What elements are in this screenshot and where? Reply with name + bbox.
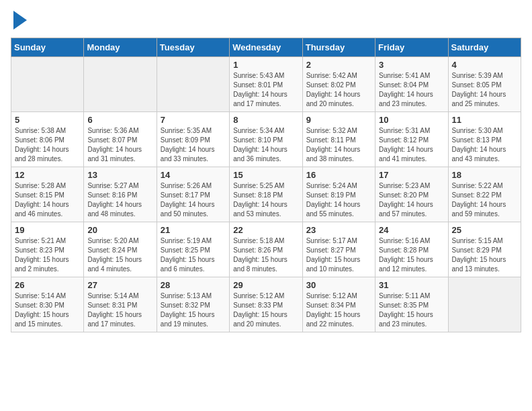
calendar-cell: 7Sunrise: 5:35 AM Sunset: 8:09 PM Daylig… xyxy=(157,112,229,167)
calendar-cell: 22Sunrise: 5:18 AM Sunset: 8:26 PM Dayli… xyxy=(230,222,302,277)
day-number: 22 xyxy=(233,225,298,235)
day-number: 6 xyxy=(87,115,152,125)
calendar-cell: 16Sunrise: 5:24 AM Sunset: 8:19 PM Dayli… xyxy=(302,167,375,222)
day-info: Sunrise: 5:43 AM Sunset: 8:01 PM Dayligh… xyxy=(233,71,298,109)
day-number: 4 xyxy=(452,60,517,70)
day-number: 24 xyxy=(379,225,444,235)
calendar-cell: 11Sunrise: 5:30 AM Sunset: 8:13 PM Dayli… xyxy=(448,112,521,167)
day-header-monday: Monday xyxy=(84,38,157,57)
day-info: Sunrise: 5:11 AM Sunset: 8:35 PM Dayligh… xyxy=(379,291,444,329)
calendar-cell: 26Sunrise: 5:14 AM Sunset: 8:30 PM Dayli… xyxy=(11,277,84,332)
day-info: Sunrise: 5:42 AM Sunset: 8:02 PM Dayligh… xyxy=(306,71,371,109)
day-header-saturday: Saturday xyxy=(448,38,521,57)
calendar-cell: 13Sunrise: 5:27 AM Sunset: 8:16 PM Dayli… xyxy=(84,167,157,222)
day-number: 29 xyxy=(233,280,298,290)
calendar-cell: 17Sunrise: 5:23 AM Sunset: 8:20 PM Dayli… xyxy=(375,167,448,222)
day-info: Sunrise: 5:22 AM Sunset: 8:22 PM Dayligh… xyxy=(452,181,517,219)
calendar-cell: 12Sunrise: 5:28 AM Sunset: 8:15 PM Dayli… xyxy=(11,167,84,222)
calendar-body: 1Sunrise: 5:43 AM Sunset: 8:01 PM Daylig… xyxy=(11,57,521,332)
calendar-cell: 6Sunrise: 5:36 AM Sunset: 8:07 PM Daylig… xyxy=(84,112,157,167)
calendar-cell: 19Sunrise: 5:21 AM Sunset: 8:23 PM Dayli… xyxy=(11,222,84,277)
day-info: Sunrise: 5:32 AM Sunset: 8:11 PM Dayligh… xyxy=(306,126,371,164)
day-number: 7 xyxy=(161,115,226,125)
day-number: 13 xyxy=(87,170,152,180)
day-info: Sunrise: 5:35 AM Sunset: 8:09 PM Dayligh… xyxy=(161,126,226,164)
day-info: Sunrise: 5:18 AM Sunset: 8:26 PM Dayligh… xyxy=(233,236,298,274)
day-info: Sunrise: 5:23 AM Sunset: 8:20 PM Dayligh… xyxy=(379,181,444,219)
day-number: 17 xyxy=(379,170,444,180)
day-info: Sunrise: 5:27 AM Sunset: 8:16 PM Dayligh… xyxy=(87,181,152,219)
calendar-cell: 9Sunrise: 5:32 AM Sunset: 8:11 PM Daylig… xyxy=(302,112,375,167)
day-number: 28 xyxy=(161,280,226,290)
day-number: 20 xyxy=(87,225,152,235)
calendar-table: SundayMondayTuesdayWednesdayThursdayFrid… xyxy=(11,38,521,332)
day-header-friday: Friday xyxy=(375,38,448,57)
day-info: Sunrise: 5:14 AM Sunset: 8:31 PM Dayligh… xyxy=(87,291,152,329)
day-headers-row: SundayMondayTuesdayWednesdayThursdayFrid… xyxy=(11,38,521,57)
day-number: 2 xyxy=(306,60,371,70)
calendar-cell: 14Sunrise: 5:26 AM Sunset: 8:17 PM Dayli… xyxy=(157,167,229,222)
day-number: 25 xyxy=(452,225,517,235)
calendar-cell: 28Sunrise: 5:13 AM Sunset: 8:32 PM Dayli… xyxy=(157,277,229,332)
day-number: 18 xyxy=(452,170,517,180)
calendar-cell: 23Sunrise: 5:17 AM Sunset: 8:27 PM Dayli… xyxy=(302,222,375,277)
day-header-wednesday: Wednesday xyxy=(230,38,302,57)
day-info: Sunrise: 5:34 AM Sunset: 8:10 PM Dayligh… xyxy=(233,126,298,164)
day-info: Sunrise: 5:28 AM Sunset: 8:15 PM Dayligh… xyxy=(15,181,80,219)
calendar-cell: 5Sunrise: 5:38 AM Sunset: 8:06 PM Daylig… xyxy=(11,112,84,167)
calendar-cell: 24Sunrise: 5:16 AM Sunset: 8:28 PM Dayli… xyxy=(375,222,448,277)
day-number: 5 xyxy=(15,115,80,125)
day-header-sunday: Sunday xyxy=(11,38,84,57)
day-number: 11 xyxy=(452,115,517,125)
day-number: 9 xyxy=(306,115,371,125)
day-info: Sunrise: 5:30 AM Sunset: 8:13 PM Dayligh… xyxy=(452,126,517,164)
calendar-cell: 29Sunrise: 5:12 AM Sunset: 8:33 PM Dayli… xyxy=(230,277,302,332)
day-info: Sunrise: 5:21 AM Sunset: 8:23 PM Dayligh… xyxy=(15,236,80,274)
day-info: Sunrise: 5:17 AM Sunset: 8:27 PM Dayligh… xyxy=(306,236,371,274)
logo xyxy=(11,11,27,30)
day-info: Sunrise: 5:13 AM Sunset: 8:32 PM Dayligh… xyxy=(161,291,226,329)
calendar-cell xyxy=(84,57,157,112)
calendar-cell: 27Sunrise: 5:14 AM Sunset: 8:31 PM Dayli… xyxy=(84,277,157,332)
day-number: 19 xyxy=(15,225,80,235)
calendar-cell: 18Sunrise: 5:22 AM Sunset: 8:22 PM Dayli… xyxy=(448,167,521,222)
calendar-week-4: 19Sunrise: 5:21 AM Sunset: 8:23 PM Dayli… xyxy=(11,222,521,277)
day-info: Sunrise: 5:12 AM Sunset: 8:33 PM Dayligh… xyxy=(233,291,298,329)
calendar-week-1: 1Sunrise: 5:43 AM Sunset: 8:01 PM Daylig… xyxy=(11,57,521,112)
day-info: Sunrise: 5:26 AM Sunset: 8:17 PM Dayligh… xyxy=(161,181,226,219)
calendar-cell: 21Sunrise: 5:19 AM Sunset: 8:25 PM Dayli… xyxy=(157,222,229,277)
day-info: Sunrise: 5:14 AM Sunset: 8:30 PM Dayligh… xyxy=(15,291,80,329)
calendar-cell: 10Sunrise: 5:31 AM Sunset: 8:12 PM Dayli… xyxy=(375,112,448,167)
day-info: Sunrise: 5:24 AM Sunset: 8:19 PM Dayligh… xyxy=(306,181,371,219)
calendar-cell: 8Sunrise: 5:34 AM Sunset: 8:10 PM Daylig… xyxy=(230,112,302,167)
day-number: 12 xyxy=(15,170,80,180)
day-info: Sunrise: 5:25 AM Sunset: 8:18 PM Dayligh… xyxy=(233,181,298,219)
day-info: Sunrise: 5:36 AM Sunset: 8:07 PM Dayligh… xyxy=(87,126,152,164)
day-number: 26 xyxy=(15,280,80,290)
calendar-week-3: 12Sunrise: 5:28 AM Sunset: 8:15 PM Dayli… xyxy=(11,167,521,222)
day-number: 16 xyxy=(306,170,371,180)
day-number: 14 xyxy=(161,170,226,180)
calendar-cell xyxy=(448,277,521,332)
calendar-header: SundayMondayTuesdayWednesdayThursdayFrid… xyxy=(11,38,521,57)
day-info: Sunrise: 5:12 AM Sunset: 8:34 PM Dayligh… xyxy=(306,291,371,329)
day-info: Sunrise: 5:39 AM Sunset: 8:05 PM Dayligh… xyxy=(452,71,517,109)
calendar-cell xyxy=(157,57,229,112)
day-number: 3 xyxy=(379,60,444,70)
day-number: 8 xyxy=(233,115,298,125)
page-header xyxy=(11,11,521,30)
day-info: Sunrise: 5:19 AM Sunset: 8:25 PM Dayligh… xyxy=(161,236,226,274)
day-number: 31 xyxy=(379,280,444,290)
day-number: 23 xyxy=(306,225,371,235)
day-info: Sunrise: 5:15 AM Sunset: 8:29 PM Dayligh… xyxy=(452,236,517,274)
day-info: Sunrise: 5:31 AM Sunset: 8:12 PM Dayligh… xyxy=(379,126,444,164)
day-number: 10 xyxy=(379,115,444,125)
calendar-cell: 30Sunrise: 5:12 AM Sunset: 8:34 PM Dayli… xyxy=(302,277,375,332)
day-number: 1 xyxy=(233,60,298,70)
day-info: Sunrise: 5:16 AM Sunset: 8:28 PM Dayligh… xyxy=(379,236,444,274)
calendar-week-5: 26Sunrise: 5:14 AM Sunset: 8:30 PM Dayli… xyxy=(11,277,521,332)
logo-arrow-icon xyxy=(13,11,27,30)
day-number: 27 xyxy=(87,280,152,290)
day-header-tuesday: Tuesday xyxy=(157,38,229,57)
calendar-week-2: 5Sunrise: 5:38 AM Sunset: 8:06 PM Daylig… xyxy=(11,112,521,167)
